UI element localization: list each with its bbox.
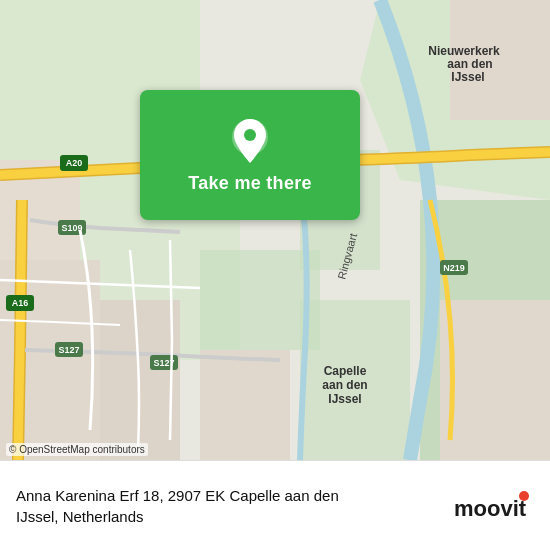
- svg-text:Nieuwerkerk: Nieuwerkerk: [428, 44, 500, 58]
- svg-text:IJssel: IJssel: [451, 70, 484, 84]
- svg-text:A20: A20: [66, 158, 83, 168]
- footer: Anna Karenina Erf 18, 2907 EK Capelle aa…: [0, 460, 550, 550]
- take-me-there-button-label: Take me there: [188, 173, 312, 194]
- address-line2: IJssel, Netherlands: [16, 508, 144, 525]
- svg-text:IJssel: IJssel: [328, 392, 361, 406]
- svg-rect-12: [440, 300, 550, 460]
- svg-text:moovit: moovit: [454, 496, 527, 521]
- svg-text:A16: A16: [12, 298, 29, 308]
- take-me-there-card[interactable]: Take me there: [140, 90, 360, 220]
- map-pin-icon: [230, 117, 270, 165]
- address-text: Anna Karenina Erf 18, 2907 EK Capelle aa…: [16, 485, 438, 527]
- app: A20 A20 A16 S109 S127 S127 N219: [0, 0, 550, 550]
- map-attribution: © OpenStreetMap contributors: [6, 443, 148, 456]
- attribution-text: © OpenStreetMap contributors: [9, 444, 145, 455]
- address-line1: Anna Karenina Erf 18, 2907 EK Capelle aa…: [16, 487, 339, 504]
- map-container: A20 A20 A16 S109 S127 S127 N219: [0, 0, 550, 460]
- svg-text:Capelle: Capelle: [324, 364, 367, 378]
- svg-rect-11: [200, 350, 290, 460]
- svg-text:aan den: aan den: [447, 57, 492, 71]
- moovit-logo-svg: moovit: [454, 488, 534, 524]
- svg-text:aan den: aan den: [322, 378, 367, 392]
- svg-text:S127: S127: [58, 345, 79, 355]
- svg-text:N219: N219: [443, 263, 465, 273]
- moovit-logo: moovit: [454, 488, 534, 524]
- svg-point-37: [244, 129, 256, 141]
- address-block: Anna Karenina Erf 18, 2907 EK Capelle aa…: [16, 485, 438, 527]
